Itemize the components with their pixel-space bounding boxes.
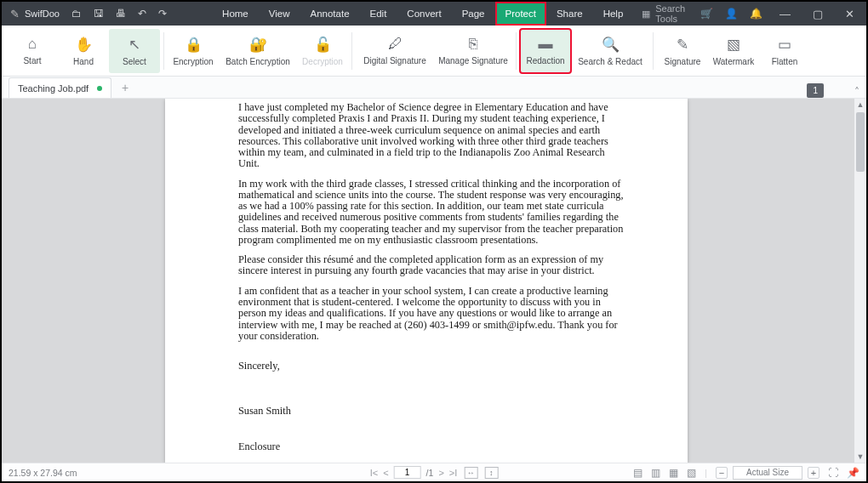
first-page-button[interactable]: I<: [370, 468, 378, 478]
view-mode-1-icon[interactable]: ▤: [633, 467, 642, 479]
signature-icon: ✎: [677, 36, 688, 54]
document-tab[interactable]: Teaching Job.pdf: [9, 77, 111, 98]
closing: Sincerely,: [238, 361, 625, 372]
home-icon: ⌂: [28, 36, 37, 53]
last-page-button[interactable]: >I: [449, 468, 457, 478]
paragraph: I am confident that as a teacher in your…: [238, 286, 625, 342]
titlebar: ✎ SwifDoo 🗀 🖫 🖶 ↶ ↷ Home View Annotate E…: [2, 2, 866, 26]
search-tools[interactable]: ▦ Search Tools: [642, 3, 700, 24]
select-button[interactable]: ↖Select: [109, 29, 160, 73]
paragraph: Please consider this résumé and the comp…: [238, 254, 625, 277]
titlebar-right: 🛒 👤 🔔 — ▢ ✕: [700, 8, 866, 20]
view-mode-2-icon[interactable]: ▥: [651, 467, 660, 479]
page-indicator-badge: 1: [807, 83, 824, 98]
new-tab-button[interactable]: +: [115, 77, 135, 98]
redaction-icon: ▬: [539, 36, 553, 53]
print-icon[interactable]: 🖶: [116, 8, 126, 20]
paragraph: I have just completed my Bachelor of Sci…: [238, 102, 625, 170]
manage-signature-button[interactable]: ⎘Manage Signature: [434, 29, 512, 73]
main-menu: Home View Annotate Edit Convert Page Pro…: [212, 2, 633, 26]
enclosure: Enclosure: [238, 441, 625, 452]
hand-button[interactable]: ✋Hand: [58, 29, 109, 73]
menu-annotate[interactable]: Annotate: [300, 2, 359, 26]
zoom-level[interactable]: Actual Size: [733, 466, 802, 480]
minimize-button[interactable]: —: [774, 8, 796, 20]
view-mode-3-icon[interactable]: ▦: [669, 467, 678, 479]
open-icon[interactable]: 🗀: [71, 8, 82, 20]
cursor-icon: ↖: [128, 36, 140, 54]
grid-icon: ▦: [642, 9, 650, 20]
brand: ✎ SwifDoo 🗀 🖫 🖶 ↶ ↷: [2, 8, 188, 20]
lock-multi-icon: 🔐: [249, 36, 267, 54]
scroll-down-icon[interactable]: ▼: [854, 451, 866, 463]
menu-home[interactable]: Home: [212, 2, 259, 26]
document-area: I have just completed my Bachelor of Sci…: [2, 99, 866, 463]
status-bar: 21.59 x 27.94 cm I< < /1 > >I ↔ ↕ ▤ ▥ ▦ …: [2, 463, 866, 481]
tab-filename: Teaching Job.pdf: [18, 83, 89, 94]
paragraph: In my work with the third grade classes,…: [238, 179, 625, 247]
unsaved-dot-icon: [97, 86, 102, 91]
page-dimensions: 21.59 x 27.94 cm: [9, 468, 77, 478]
decryption-button: 🔓Decryption: [297, 29, 348, 73]
signature-button[interactable]: ✎Signature: [657, 29, 708, 73]
total-pages: /1: [426, 468, 434, 478]
fullscreen-icon[interactable]: ⛶: [828, 467, 838, 479]
search-redact-button[interactable]: 🔍Search & Redact: [571, 29, 649, 73]
watermark-icon: ▧: [727, 36, 740, 54]
scroll-up-icon[interactable]: ▲: [854, 99, 866, 111]
next-page-button[interactable]: >: [438, 468, 443, 478]
certificate-icon: 🖊: [388, 36, 403, 53]
page-navigation: I< < /1 > >I ↔ ↕: [370, 466, 499, 479]
menu-view[interactable]: View: [259, 2, 300, 26]
fit-page-button[interactable]: ↕: [484, 467, 498, 479]
redaction-button[interactable]: ▬Redaction: [520, 29, 571, 73]
unlock-icon: 🔓: [314, 36, 332, 54]
search-redact-icon: 🔍: [602, 36, 620, 54]
separator: [653, 32, 654, 70]
menu-page[interactable]: Page: [452, 2, 495, 26]
vertical-scrollbar[interactable]: ▲ ▼: [854, 99, 866, 463]
scroll-thumb[interactable]: [856, 112, 865, 172]
scroll-track[interactable]: [854, 111, 866, 451]
menu-help[interactable]: Help: [593, 2, 634, 26]
manage-icon: ⎘: [469, 36, 477, 53]
signature-name: Susan Smith: [238, 406, 625, 417]
digital-signature-button[interactable]: 🖊Digital Signature: [356, 29, 434, 73]
document-page[interactable]: I have just completed my Bachelor of Sci…: [165, 99, 688, 463]
start-button[interactable]: ⌂Start: [7, 29, 58, 73]
fit-width-button[interactable]: ↔: [464, 467, 477, 479]
save-icon[interactable]: 🖫: [94, 8, 104, 20]
flatten-button[interactable]: ▭Flatten: [759, 29, 810, 73]
search-tools-label: Search Tools: [655, 3, 700, 24]
menu-edit[interactable]: Edit: [360, 2, 397, 26]
user-icon[interactable]: 👤: [725, 8, 738, 20]
pin-icon[interactable]: 📌: [847, 467, 859, 479]
ribbon: ⌂Start ✋Hand ↖Select 🔒Encryption 🔐Batch …: [2, 26, 866, 77]
batch-encryption-button[interactable]: 🔐Batch Encryption: [219, 29, 297, 73]
zoom-out-button[interactable]: −: [716, 467, 728, 479]
hand-icon: ✋: [75, 36, 93, 54]
watermark-button[interactable]: ▧Watermark: [708, 29, 759, 73]
encryption-button[interactable]: 🔒Encryption: [168, 29, 219, 73]
separator: [516, 32, 517, 70]
separator: [163, 32, 164, 70]
maximize-button[interactable]: ▢: [808, 8, 828, 20]
page-number-input[interactable]: [394, 466, 421, 479]
bell-icon[interactable]: 🔔: [750, 8, 762, 20]
close-button[interactable]: ✕: [840, 8, 859, 20]
zoom-controls: − Actual Size +: [716, 466, 819, 480]
zoom-in-button[interactable]: +: [808, 467, 819, 479]
collapse-ribbon-button[interactable]: ˄: [848, 86, 866, 98]
prev-page-button[interactable]: <: [383, 468, 388, 478]
document-tabs: Teaching Job.pdf + 1 ˄: [2, 77, 866, 99]
menu-protect[interactable]: Protect: [495, 2, 546, 26]
view-mode-4-icon[interactable]: ▧: [687, 467, 696, 479]
separator: [351, 32, 352, 70]
cart-icon[interactable]: 🛒: [700, 8, 713, 20]
menu-share[interactable]: Share: [546, 2, 593, 26]
flatten-icon: ▭: [778, 36, 791, 54]
undo-icon[interactable]: ↶: [138, 8, 146, 20]
app-logo-icon: ✎: [10, 8, 20, 20]
redo-icon[interactable]: ↷: [158, 8, 167, 20]
menu-convert[interactable]: Convert: [397, 2, 451, 26]
